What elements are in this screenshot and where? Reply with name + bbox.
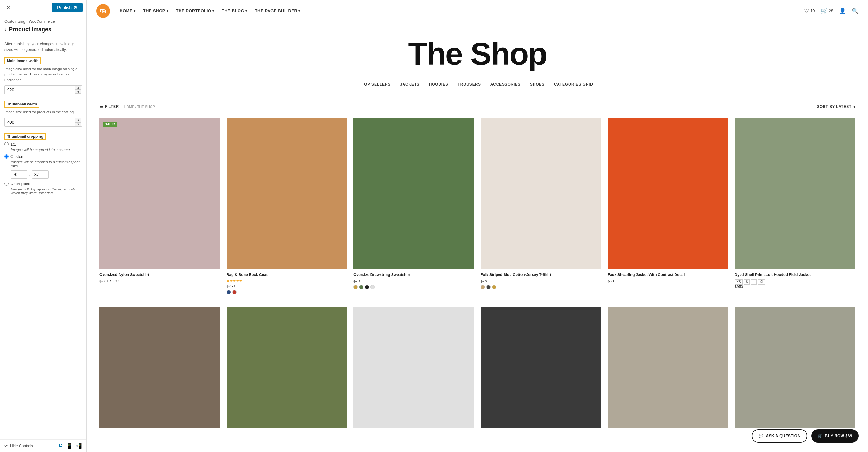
radio-uncropped-label[interactable]: Uncropped [10, 181, 31, 186]
desktop-icon[interactable]: 🖥 [58, 443, 63, 449]
product-card-11[interactable] [608, 307, 728, 431]
wishlist-btn[interactable]: ♡ 19 [804, 7, 815, 15]
category-tabs: TOP SELLERS JACKETS HOODIES TROUSERS ACC… [87, 79, 868, 95]
product-card-4[interactable]: Folk Striped Slub Cotton-Jersey T-Shirt … [480, 118, 601, 294]
filter-button[interactable]: ☰ FILTER [99, 105, 119, 109]
swatch-4-2[interactable] [486, 285, 491, 289]
size-s[interactable]: S [744, 279, 750, 285]
nav-portfolio[interactable]: THE PORTFOLIO ▾ [176, 8, 214, 13]
panel-header: ✕ Publish ⚙ [0, 0, 87, 16]
product-name-1: Oversized Nylon Sweatshirt [99, 273, 220, 278]
cat-tab-shoes[interactable]: SHOES [530, 82, 545, 88]
radio-1x1-label[interactable]: 1:1 [10, 142, 16, 146]
home-chevron-icon: ▾ [134, 9, 136, 12]
chat-icon: 💬 [758, 434, 764, 438]
nav-page-builder[interactable]: THE PAGE BUILDER ▾ [255, 8, 300, 13]
main-image-input[interactable] [4, 85, 82, 94]
filter-left: ☰ FILTER HOME / THE SHOP [99, 105, 155, 109]
cat-tab-top-sellers[interactable]: TOP SELLERS [362, 82, 391, 88]
product-name-2: Rag & Bone Beck Coat [226, 273, 347, 278]
swatch-4-3[interactable] [492, 285, 496, 289]
ratio-separator: : [29, 172, 30, 177]
swatch-3-4[interactable] [370, 285, 375, 289]
publish-button[interactable]: Publish ⚙ [52, 3, 83, 12]
mobile-icon[interactable]: 📲 [76, 443, 82, 449]
size-xs[interactable]: XS [735, 279, 742, 285]
cat-tab-hoodies[interactable]: HOODIES [429, 82, 448, 88]
tablet-icon[interactable]: 📱 [66, 443, 72, 449]
nav-shop[interactable]: THE SHOP ▾ [143, 8, 168, 13]
swatches-2 [226, 290, 347, 294]
publish-label: Publish [57, 5, 72, 10]
main-image-down[interactable]: ▼ [75, 90, 82, 94]
product-card-5[interactable]: Faux Shearling Jacket With Contrast Deta… [608, 118, 728, 294]
product-card-1[interactable]: SALE! Oversized Nylon Sweatshirt $270 $2… [99, 118, 220, 294]
radio-custom[interactable] [4, 154, 8, 159]
ratio-height-input[interactable] [32, 170, 49, 179]
product-price-6: $950 [735, 285, 856, 289]
buy-now-button[interactable]: 🛒 BUY NOW $69 [811, 429, 859, 443]
floating-btns: 💬 ASK A QUESTION 🛒 BUY NOW $69 [751, 429, 859, 443]
radio-1x1[interactable] [4, 142, 8, 146]
cat-tab-trousers[interactable]: TROUSERS [458, 82, 481, 88]
product-card-10[interactable] [480, 307, 601, 431]
product-card-6[interactable]: Dyed Shell PrimaLoft Hooded Field Jacket… [735, 118, 856, 294]
main-image-up[interactable]: ▲ [75, 86, 82, 90]
product-img-wrap-3 [353, 118, 474, 270]
back-arrow-icon[interactable]: ‹ [4, 26, 6, 33]
thumbnail-input[interactable] [4, 117, 82, 126]
nav-blog[interactable]: THE BLOG ▾ [222, 8, 247, 13]
blog-chevron-icon: ▾ [246, 9, 247, 12]
nav-links: HOME ▾ THE SHOP ▾ THE PORTFOLIO ▾ THE BL… [120, 8, 795, 13]
radio-uncropped[interactable] [4, 181, 8, 186]
cropping-label: Thumbnail cropping [4, 133, 46, 140]
sort-button[interactable]: SORT BY LATEST ▾ [817, 105, 856, 109]
thumbnail-up[interactable]: ▲ [75, 118, 82, 122]
swatch-3-2[interactable] [359, 285, 364, 289]
ratio-width-input[interactable] [11, 170, 27, 179]
sort-chevron-icon: ▾ [854, 105, 856, 109]
products-grid-row2 [87, 307, 868, 444]
radio-custom-desc: Images will be cropped to a custom aspec… [11, 160, 82, 168]
product-img-wrap-1: SALE! [99, 118, 220, 270]
product-card-7[interactable] [99, 307, 220, 431]
swatch-4-1[interactable] [480, 285, 485, 289]
cropping-radio-group: 1:1 Images will be cropped into a square… [4, 142, 82, 195]
logo[interactable]: 🛍 [96, 4, 110, 18]
search-icon[interactable]: 🔍 [851, 7, 859, 15]
product-img-wrap-9 [353, 307, 474, 428]
cat-tab-categories-grid[interactable]: CATEGORIES GRID [554, 82, 593, 88]
product-name-3: Oversize Drawstring Sweatshirt [353, 273, 474, 278]
close-button[interactable]: ✕ [4, 3, 12, 12]
swatches-3 [353, 285, 474, 289]
ask-question-button[interactable]: 💬 ASK A QUESTION [751, 429, 807, 443]
shop-title: The Shop [93, 38, 862, 69]
hide-controls-btn[interactable]: 👁 Hide Controls [4, 444, 33, 448]
swatch-2-2[interactable] [232, 290, 237, 294]
cart-btn[interactable]: 🛒 28 [821, 7, 833, 15]
swatch-3-3[interactable] [365, 285, 369, 289]
breadcrumb-home[interactable]: HOME [124, 105, 134, 109]
hide-controls-label: Hide Controls [10, 444, 33, 448]
swatch-3-1[interactable] [353, 285, 358, 289]
product-card-12[interactable] [735, 307, 856, 431]
radio-1x1-desc: Images will be cropped into a square [11, 148, 82, 151]
swatch-2-1[interactable] [226, 290, 231, 294]
thumbnail-down[interactable]: ▼ [75, 122, 82, 126]
info-text: After publishing your changes, new image… [4, 41, 82, 52]
cat-tab-accessories[interactable]: ACCESSORIES [490, 82, 521, 88]
product-card-2[interactable]: Rag & Bone Beck Coat ★★★★★ $259 [226, 118, 347, 294]
product-card-8[interactable] [226, 307, 347, 431]
breadcrumb-current: THE SHOP [137, 105, 155, 109]
product-card-3[interactable]: Oversize Drawstring Sweatshirt $29 [353, 118, 474, 294]
size-xl[interactable]: XL [758, 279, 766, 285]
cat-tab-jackets[interactable]: JACKETS [400, 82, 420, 88]
user-icon[interactable]: 👤 [839, 7, 846, 15]
heart-icon: ♡ [804, 7, 809, 15]
breadcrumb-nav: HOME / THE SHOP [124, 105, 155, 109]
price-new-1: $220 [110, 279, 119, 283]
size-l[interactable]: L [751, 279, 756, 285]
nav-home[interactable]: HOME ▾ [120, 8, 136, 13]
product-card-9[interactable] [353, 307, 474, 431]
radio-custom-label[interactable]: Custom [10, 154, 25, 159]
